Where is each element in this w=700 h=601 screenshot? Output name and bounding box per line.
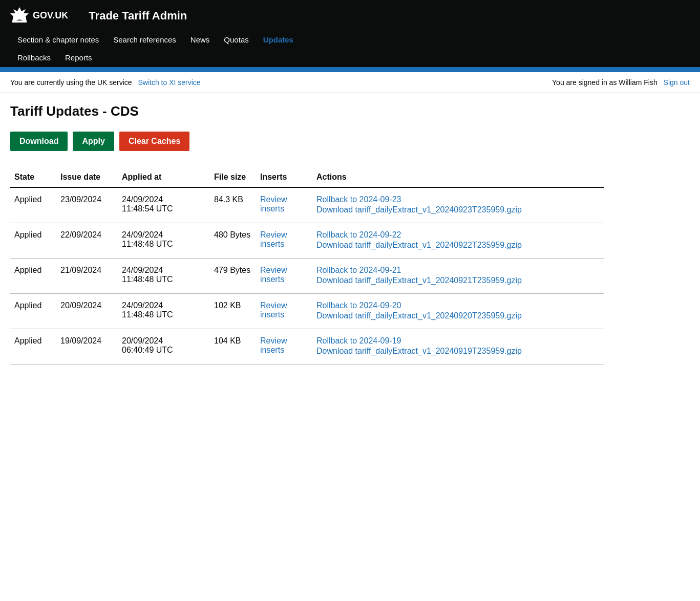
service-bar: You are currently using the UK service S… bbox=[0, 72, 700, 93]
download-file-link[interactable]: Download tariff_dailyExtract_v1_20240919… bbox=[316, 347, 600, 356]
download-file-link[interactable]: Download tariff_dailyExtract_v1_20240921… bbox=[316, 276, 600, 285]
applied-at-cell: 24/09/202411:48:54 UTC bbox=[118, 187, 210, 223]
applied-at-cell: 24/09/202411:48:48 UTC bbox=[118, 223, 210, 259]
file-size-cell: 104 KB bbox=[210, 329, 256, 364]
gov-uk-text: GOV.UK bbox=[33, 10, 68, 21]
rollback-link[interactable]: Rollback to 2024-09-22 bbox=[316, 230, 600, 240]
actions-cell: Rollback to 2024-09-21 Download tariff_d… bbox=[312, 259, 604, 294]
download-file-link[interactable]: Download tariff_dailyExtract_v1_20240920… bbox=[316, 311, 600, 320]
download-file-link[interactable]: Download tariff_dailyExtract_v1_20240923… bbox=[316, 205, 600, 214]
page-title: Tariff Updates - CDS bbox=[10, 103, 604, 119]
main-nav: Section & chapter notesSearch references… bbox=[10, 31, 690, 67]
nav-item-section-chapter-notes[interactable]: Section & chapter notes bbox=[10, 31, 106, 49]
nav-item-updates[interactable]: Updates bbox=[256, 31, 301, 49]
review-inserts-link[interactable]: Review inserts bbox=[260, 230, 287, 248]
switch-service-link[interactable]: Switch to XI service bbox=[138, 78, 201, 87]
signed-in-text: You are signed in as William Fish bbox=[552, 78, 657, 87]
blue-bar bbox=[0, 67, 700, 72]
col-header-state: State bbox=[10, 167, 56, 187]
issue-date-cell: 23/09/2024 bbox=[56, 187, 118, 223]
inserts-cell: Review inserts bbox=[256, 187, 312, 223]
file-size-cell: 102 KB bbox=[210, 294, 256, 329]
rollback-link[interactable]: Rollback to 2024-09-21 bbox=[316, 266, 600, 275]
actions-cell: Rollback to 2024-09-22 Download tariff_d… bbox=[312, 223, 604, 259]
user-info: You are signed in as William Fish Sign o… bbox=[552, 78, 690, 87]
main-content: Tariff Updates - CDS Download Apply Clea… bbox=[0, 93, 614, 385]
nav-item-rollbacks[interactable]: Rollbacks bbox=[10, 49, 58, 67]
apply-button[interactable]: Apply bbox=[73, 132, 114, 151]
table-row: Applied 19/09/2024 20/09/202406:40:49 UT… bbox=[10, 329, 604, 364]
table-row: Applied 23/09/2024 24/09/202411:48:54 UT… bbox=[10, 187, 604, 223]
site-title: Trade Tariff Admin bbox=[89, 9, 187, 23]
file-size-cell: 480 Bytes bbox=[210, 223, 256, 259]
col-header-file-size: File size bbox=[210, 167, 256, 187]
nav-item-search-references[interactable]: Search references bbox=[106, 31, 183, 49]
sign-out-link[interactable]: Sign out bbox=[664, 78, 690, 87]
actions-cell: Rollback to 2024-09-23 Download tariff_d… bbox=[312, 187, 604, 223]
inserts-cell: Review inserts bbox=[256, 294, 312, 329]
table-header-row: State Issue date Applied at File size In… bbox=[10, 167, 604, 187]
actions-cell: Rollback to 2024-09-19 Download tariff_d… bbox=[312, 329, 604, 364]
inserts-cell: Review inserts bbox=[256, 259, 312, 294]
table-row: Applied 20/09/2024 24/09/202411:48:48 UT… bbox=[10, 294, 604, 329]
inserts-cell: Review inserts bbox=[256, 329, 312, 364]
applied-at-cell: 24/09/202411:48:48 UTC bbox=[118, 294, 210, 329]
download-button[interactable]: Download bbox=[10, 132, 68, 151]
action-buttons: Download Apply Clear Caches bbox=[10, 132, 604, 151]
review-inserts-link[interactable]: Review inserts bbox=[260, 195, 287, 213]
inserts-cell: Review inserts bbox=[256, 223, 312, 259]
state-cell: Applied bbox=[10, 294, 56, 329]
updates-table: State Issue date Applied at File size In… bbox=[10, 167, 604, 364]
table-row: Applied 21/09/2024 24/09/202411:48:48 UT… bbox=[10, 259, 604, 294]
state-cell: Applied bbox=[10, 187, 56, 223]
review-inserts-link[interactable]: Review inserts bbox=[260, 336, 287, 354]
state-cell: Applied bbox=[10, 329, 56, 364]
review-inserts-link[interactable]: Review inserts bbox=[260, 266, 287, 284]
nav-item-reports[interactable]: Reports bbox=[58, 49, 99, 67]
col-header-applied-at: Applied at bbox=[118, 167, 210, 187]
col-header-issue-date: Issue date bbox=[56, 167, 118, 187]
issue-date-cell: 19/09/2024 bbox=[56, 329, 118, 364]
applied-at-cell: 20/09/202406:40:49 UTC bbox=[118, 329, 210, 364]
header: GOV.UK Trade Tariff Admin Section & chap… bbox=[0, 0, 700, 67]
rollback-link[interactable]: Rollback to 2024-09-19 bbox=[316, 336, 600, 346]
issue-date-cell: 20/09/2024 bbox=[56, 294, 118, 329]
rollback-link[interactable]: Rollback to 2024-09-23 bbox=[316, 195, 600, 204]
file-size-cell: 84.3 KB bbox=[210, 187, 256, 223]
state-cell: Applied bbox=[10, 223, 56, 259]
svg-rect-0 bbox=[12, 20, 27, 23]
crown-icon bbox=[10, 6, 29, 25]
col-header-inserts: Inserts bbox=[256, 167, 312, 187]
current-service-text: You are currently using the UK service bbox=[10, 78, 132, 87]
download-file-link[interactable]: Download tariff_dailyExtract_v1_20240922… bbox=[316, 241, 600, 250]
gov-uk-logo[interactable]: GOV.UK bbox=[10, 6, 68, 25]
file-size-cell: 479 Bytes bbox=[210, 259, 256, 294]
issue-date-cell: 21/09/2024 bbox=[56, 259, 118, 294]
state-cell: Applied bbox=[10, 259, 56, 294]
rollback-link[interactable]: Rollback to 2024-09-20 bbox=[316, 301, 600, 310]
issue-date-cell: 22/09/2024 bbox=[56, 223, 118, 259]
clear-caches-button[interactable]: Clear Caches bbox=[119, 132, 189, 151]
actions-cell: Rollback to 2024-09-20 Download tariff_d… bbox=[312, 294, 604, 329]
nav-item-quotas[interactable]: Quotas bbox=[217, 31, 256, 49]
table-row: Applied 22/09/2024 24/09/202411:48:48 UT… bbox=[10, 223, 604, 259]
nav-item-news[interactable]: News bbox=[183, 31, 217, 49]
service-info: You are currently using the UK service S… bbox=[10, 78, 201, 87]
col-header-actions: Actions bbox=[312, 167, 604, 187]
review-inserts-link[interactable]: Review inserts bbox=[260, 301, 287, 319]
applied-at-cell: 24/09/202411:48:48 UTC bbox=[118, 259, 210, 294]
